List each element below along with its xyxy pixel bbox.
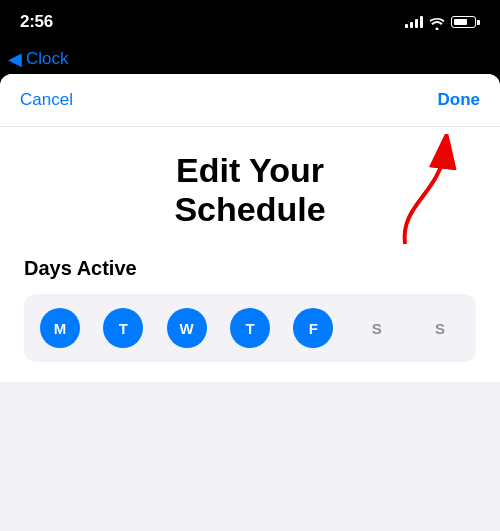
done-button[interactable]: Done bbox=[438, 90, 481, 110]
battery-icon bbox=[451, 16, 480, 28]
signal-icon bbox=[405, 16, 423, 28]
back-button[interactable]: ◀ Clock bbox=[8, 48, 69, 70]
days-section-label: Days Active bbox=[24, 257, 476, 280]
day-circle-0[interactable]: M bbox=[40, 308, 80, 348]
status-time: 2:56 bbox=[20, 12, 53, 32]
content-area: Edit Your Schedule Days Active MTWTFSS bbox=[0, 127, 500, 382]
day-circle-1[interactable]: T bbox=[103, 308, 143, 348]
day-circle-5[interactable]: S bbox=[357, 308, 397, 348]
days-row: MTWTFSS bbox=[24, 294, 476, 362]
status-bar: 2:56 bbox=[0, 0, 500, 44]
top-bar: Cancel Done bbox=[0, 74, 500, 127]
wifi-icon bbox=[429, 16, 445, 28]
day-circle-3[interactable]: T bbox=[230, 308, 270, 348]
day-circle-6[interactable]: S bbox=[420, 308, 460, 348]
back-chevron-icon: ◀ bbox=[8, 48, 22, 70]
day-circle-4[interactable]: F bbox=[293, 308, 333, 348]
back-label: Clock bbox=[26, 49, 69, 69]
back-navigation: ◀ Clock bbox=[0, 44, 500, 74]
days-active-section: Days Active MTWTFSS bbox=[24, 257, 476, 362]
day-circle-2[interactable]: W bbox=[167, 308, 207, 348]
main-card: Cancel Done Edit Your Schedule Days Acti… bbox=[0, 74, 500, 531]
cancel-button[interactable]: Cancel bbox=[20, 90, 73, 110]
status-icons bbox=[405, 16, 480, 28]
page-title: Edit Your Schedule bbox=[24, 151, 476, 229]
